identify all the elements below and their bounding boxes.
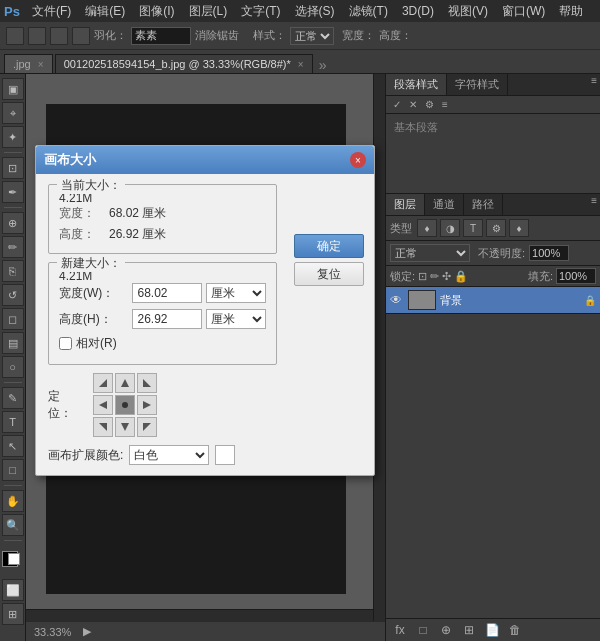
current-size-section: 当前大小： 4.21M 宽度： 68.02 厘米 高度： 26.92 厘米	[48, 184, 277, 254]
anchor-label: 定位：	[48, 388, 83, 422]
dialog-title: 画布大小	[44, 151, 96, 169]
relative-row: 相对(R)	[59, 335, 266, 352]
anchor-bottom-center[interactable]	[115, 417, 135, 437]
svg-marker-0	[99, 379, 107, 387]
dialog-title-bar: 画布大小 ×	[36, 146, 374, 174]
new-height-row: 高度(H)： 厘米 像素	[59, 309, 266, 329]
dialog-close-button[interactable]: ×	[350, 152, 366, 168]
ext-color-label: 画布扩展颜色:	[48, 447, 123, 464]
height-unit-select[interactable]: 厘米 像素	[206, 309, 266, 329]
new-width-label: 宽度(W)：	[59, 285, 128, 302]
new-size-label: 新建大小：	[57, 255, 125, 272]
anchor-top-center[interactable]	[115, 373, 135, 393]
current-height-row: 高度： 26.92 厘米	[59, 226, 266, 243]
relative-label: 相对(R)	[76, 335, 117, 352]
relative-checkbox[interactable]	[59, 337, 72, 350]
dialog-body: 确定 复位 当前大小： 4.21M 宽度： 68.02 厘米 高度： 26.92…	[36, 174, 374, 475]
new-height-label: 高度(H)：	[59, 311, 128, 328]
dialog-overlay: 画布大小 × 确定 复位 当前大小： 4.21M 宽度： 68.02 厘米 高度…	[0, 0, 600, 641]
svg-marker-7	[143, 423, 151, 431]
anchor-mid-right[interactable]	[137, 395, 157, 415]
ext-color-swatch[interactable]	[215, 445, 235, 465]
svg-marker-5	[99, 423, 107, 431]
anchor-bottom-right[interactable]	[137, 417, 157, 437]
svg-marker-6	[121, 423, 129, 431]
dialog-reset-button[interactable]: 复位	[294, 262, 364, 286]
anchor-section: 定位：	[48, 373, 362, 437]
dialog-ok-button[interactable]: 确定	[294, 234, 364, 258]
anchor-top-right[interactable]	[137, 373, 157, 393]
current-size-label: 当前大小：	[57, 177, 125, 194]
canvas-ext-color-row: 画布扩展颜色: 白色 背景色 黑色 其他	[48, 445, 362, 465]
anchor-bottom-left[interactable]	[93, 417, 113, 437]
current-width-label: 宽度：	[59, 205, 109, 222]
anchor-grid	[93, 373, 157, 437]
svg-marker-1	[121, 379, 129, 387]
new-height-input[interactable]	[132, 309, 202, 329]
current-height-label: 高度：	[59, 226, 109, 243]
svg-marker-3	[99, 401, 107, 409]
width-unit-select[interactable]: 厘米 像素	[206, 283, 266, 303]
anchor-mid-left[interactable]	[93, 395, 113, 415]
current-height-value: 26.92 厘米	[109, 226, 166, 243]
new-width-row: 宽度(W)： 厘米 像素	[59, 283, 266, 303]
svg-marker-2	[143, 379, 151, 387]
canvas-size-dialog: 画布大小 × 确定 复位 当前大小： 4.21M 宽度： 68.02 厘米 高度…	[35, 145, 375, 476]
new-width-input[interactable]	[132, 283, 202, 303]
current-width-row: 宽度： 68.02 厘米	[59, 205, 266, 222]
current-width-value: 68.02 厘米	[109, 205, 166, 222]
anchor-center[interactable]	[115, 395, 135, 415]
new-size-section: 新建大小： 4.21M 宽度(W)： 厘米 像素 高度(H)： 厘米 像素	[48, 262, 277, 365]
svg-marker-4	[143, 401, 151, 409]
anchor-top-left[interactable]	[93, 373, 113, 393]
ext-color-select[interactable]: 白色 背景色 黑色 其他	[129, 445, 209, 465]
dialog-buttons: 确定 复位	[294, 234, 364, 286]
